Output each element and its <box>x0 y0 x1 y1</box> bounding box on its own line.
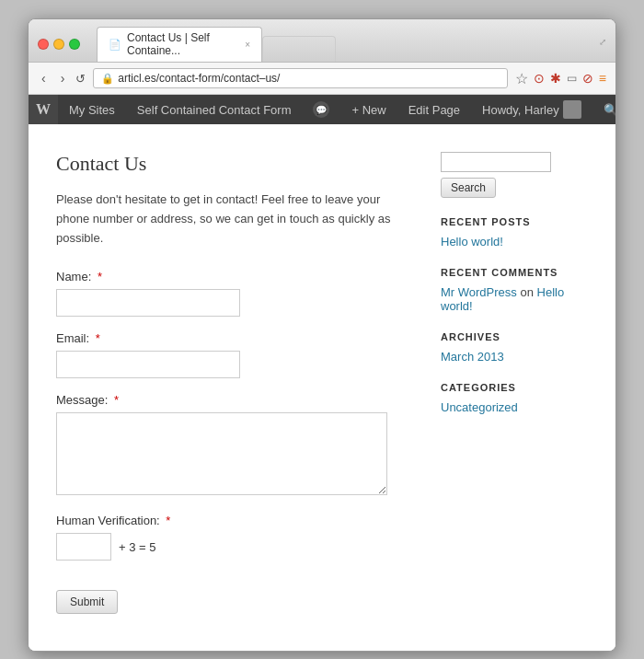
address-lock-icon: 🔒 <box>101 73 114 85</box>
howdy-label: Howdy, Harley <box>482 103 559 117</box>
menu-icon[interactable]: ≡ <box>599 71 606 86</box>
verification-label: Human Verification: * <box>56 514 413 527</box>
title-bar: 📄 Contact Us | Self Containe... × ⤢ <box>29 19 615 63</box>
email-label: Email: * <box>56 331 413 345</box>
my-sites-label: My Sites <box>69 103 115 117</box>
tab-favicon: 📄 <box>109 39 121 51</box>
recent-posts-widget: RECENT POSTS Hello world! <box>441 216 588 249</box>
my-sites-menu[interactable]: My Sites <box>58 95 126 124</box>
browser-window: 📄 Contact Us | Self Containe... × ⤢ ‹ › … <box>28 18 616 652</box>
recent-posts-title: RECENT POSTS <box>441 216 588 227</box>
maximize-window-button[interactable] <box>69 39 80 50</box>
plugin-icon[interactable]: ✱ <box>550 71 561 86</box>
submit-button[interactable]: Submit <box>56 590 118 614</box>
nav-icons: ☆ ⊙ ✱ ▭ ⊘ ≡ <box>515 70 606 87</box>
categories-widget: CATEGORIES Uncategorized <box>441 382 588 414</box>
refresh-button[interactable]: ↺ <box>75 72 86 86</box>
recent-post-link-0[interactable]: Hello world! <box>441 235 588 249</box>
email-input[interactable] <box>56 351 240 378</box>
message-field-group: Message: * <box>56 393 413 499</box>
wp-logo[interactable]: W <box>29 95 58 124</box>
resize-icon: ⤢ <box>599 37 606 47</box>
comment-author-link[interactable]: Mr WordPress <box>441 285 517 299</box>
howdy-menu[interactable]: Howdy, Harley <box>471 95 592 124</box>
search-widget: Search <box>441 152 588 198</box>
edit-page-button[interactable]: Edit Page <box>397 95 471 124</box>
name-required-star: * <box>98 270 102 283</box>
close-window-button[interactable] <box>38 39 49 50</box>
traffic-lights <box>38 39 80 50</box>
site-name-menu[interactable]: Self Contained Contact Form <box>126 95 303 124</box>
recent-comments-title: RECENT COMMENTS <box>441 267 588 278</box>
search-icon: 🔍 <box>604 103 616 117</box>
edit-page-label: Edit Page <box>408 103 460 117</box>
categories-title: CATEGORIES <box>441 382 588 393</box>
stop-icon[interactable]: ⊘ <box>582 71 593 86</box>
site-name-label: Self Contained Contact Form <box>137 103 292 117</box>
wp-icon: W <box>36 101 51 118</box>
bookmark-icon[interactable]: ☆ <box>515 70 528 87</box>
category-link-0[interactable]: Uncategorized <box>441 400 588 414</box>
name-field-group: Name: * <box>56 270 413 317</box>
email-required-star: * <box>96 331 100 345</box>
page-description: Please don't hesitate to get in contact!… <box>56 191 413 248</box>
search-toggle[interactable]: 🔍 <box>592 103 616 117</box>
forward-button[interactable]: › <box>57 69 69 87</box>
contact-form: Name: * Email: * Message: <box>56 270 413 614</box>
verification-input[interactable] <box>56 533 111 561</box>
active-tab[interactable]: 📄 Contact Us | Self Containe... × <box>97 27 262 62</box>
name-label: Name: * <box>56 270 413 283</box>
comments-icon: 💬 <box>313 101 329 118</box>
archives-title: ARCHIVES <box>441 331 588 342</box>
email-field-group: Email: * <box>56 331 413 378</box>
recent-comment-0: Mr WordPress on Hello world! <box>441 285 588 313</box>
tab-bar: 📄 Contact Us | Self Containe... × <box>97 27 571 62</box>
history-icon[interactable]: ⊙ <box>534 71 545 86</box>
archive-link-0[interactable]: March 2013 <box>441 350 588 364</box>
new-label: + New <box>351 103 385 117</box>
address-text: articl.es/contact-form/contact–us/ <box>118 72 499 85</box>
user-avatar <box>563 100 581 119</box>
wp-admin-bar: W My Sites Self Contained Contact Form 💬… <box>29 95 615 124</box>
search-button[interactable]: Search <box>441 178 496 198</box>
tab-title: Contact Us | Self Containe... <box>127 31 239 57</box>
comment-on-text: on <box>520 285 536 299</box>
recent-comments-widget: RECENT COMMENTS Mr WordPress on Hello wo… <box>441 267 588 313</box>
tab-close-button[interactable]: × <box>245 40 250 50</box>
name-input[interactable] <box>56 289 240 317</box>
verification-field-group: Human Verification: * + 3 = 5 <box>56 514 413 561</box>
sidebar: Search RECENT POSTS Hello world! RECENT … <box>441 152 588 614</box>
message-textarea[interactable] <box>56 412 387 495</box>
address-bar[interactable]: 🔒 articl.es/contact-form/contact–us/ <box>93 68 507 88</box>
back-button[interactable]: ‹ <box>38 69 50 87</box>
main-content: Contact Us Please don't hesitate to get … <box>56 152 413 614</box>
page-title: Contact Us <box>56 152 413 176</box>
message-required-star: * <box>114 393 119 407</box>
message-label: Message: * <box>56 393 413 407</box>
comments-button[interactable]: 💬 <box>302 95 340 124</box>
page-content: Contact Us Please don't hesitate to get … <box>29 124 615 651</box>
minimize-window-button[interactable] <box>53 39 64 50</box>
new-content-menu[interactable]: + New <box>340 95 397 124</box>
verification-required-star: * <box>166 514 170 527</box>
search-input[interactable] <box>441 152 551 172</box>
nav-bar: ‹ › ↺ 🔒 articl.es/contact-form/contact–u… <box>29 63 615 95</box>
verification-equation: + 3 = 5 <box>119 540 155 554</box>
verification-row: + 3 = 5 <box>56 533 413 561</box>
window-icon[interactable]: ▭ <box>567 72 577 85</box>
new-tab-area <box>262 36 336 62</box>
archives-widget: ARCHIVES March 2013 <box>441 331 588 364</box>
